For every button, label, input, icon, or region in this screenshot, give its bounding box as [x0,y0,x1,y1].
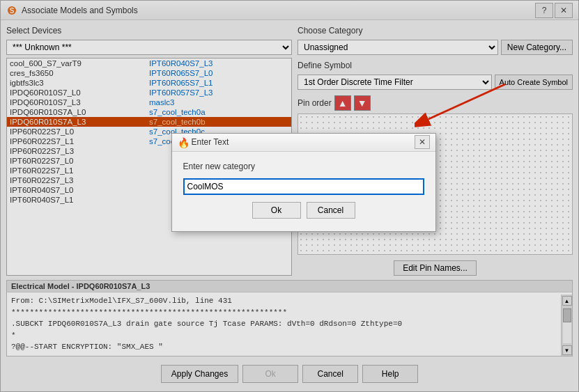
dialog-title-bar: 🔥 Enter Text ✕ [172,134,435,152]
dialog-overlay: 🔥 Enter Text ✕ Enter new category Ok Can… [1,1,578,391]
dialog-ok-button[interactable]: Ok [252,202,301,219]
enter-text-dialog: 🔥 Enter Text ✕ Enter new category Ok Can… [171,133,436,232]
dialog-title: Enter Text [192,137,415,147]
dialog-icon: 🔥 [178,137,187,147]
red-arrow-decoration [415,77,512,133]
dialog-input-label: Enter new category [183,162,424,171]
dialog-text-input[interactable] [183,178,424,195]
svg-line-3 [429,84,505,119]
dialog-body: Enter new category Ok Cancel [172,152,435,231]
dialog-cancel-button[interactable]: Cancel [307,202,355,219]
dialog-buttons: Ok Cancel [183,202,424,221]
dialog-close-button[interactable]: ✕ [415,135,430,149]
